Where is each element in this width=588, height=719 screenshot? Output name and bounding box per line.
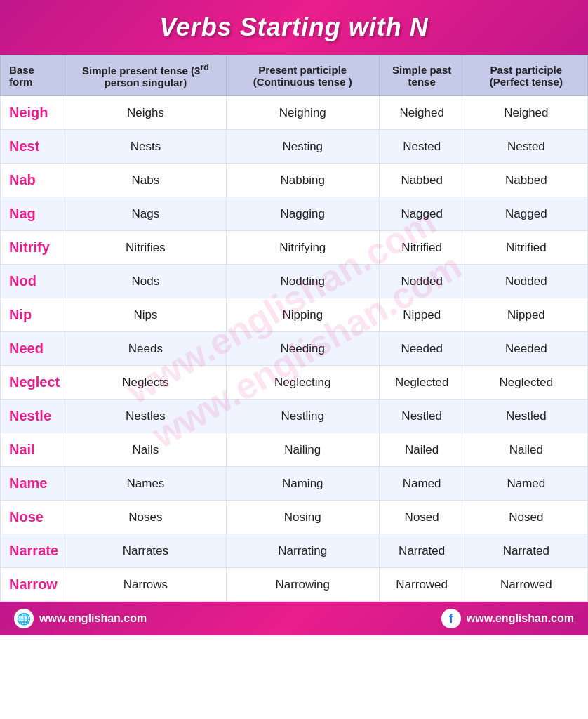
verb-form-cell: Nestles [65,400,226,433]
table-row: NeighNeighsNeighingNeighedNeighed [1,96,588,130]
table-row: NarrowNarrowsNarrowingNarrowedNarrowed [1,568,588,602]
verb-form-cell: Nestling [226,400,379,433]
verb-form-cell: Nested [465,130,587,164]
table-row: NodNodsNoddingNoddedNodded [1,265,588,298]
verb-form-cell: Narrowing [226,568,379,602]
footer-left-text: www.englishan.com [39,612,147,625]
verb-form-cell: Needs [65,332,226,366]
table-body: NeighNeighsNeighingNeighedNeighedNestNes… [1,96,588,602]
verb-form-cell: Nitrifying [226,231,379,265]
verb-form-cell: Naming [226,467,379,501]
base-form-cell: Nag [1,197,65,231]
verb-form-cell: Nodding [226,265,379,298]
base-form-cell: Nod [1,265,65,298]
base-form-cell: Nip [1,298,65,332]
verb-form-cell: Nosed [465,501,587,534]
verb-form-cell: Nagged [465,197,587,231]
verb-form-cell: Nests [65,130,226,164]
verb-form-cell: Nestled [379,400,465,433]
verb-form-cell: Nabs [65,164,226,197]
verb-form-cell: Needed [379,332,465,366]
base-form-cell: Narrow [1,568,65,602]
base-form-cell: Nab [1,164,65,197]
base-form-cell: Nest [1,130,65,164]
col-header-0: Base form [1,55,65,96]
verbs-table: Base formSimple present tense (3rd perso… [0,55,588,602]
base-form-cell: Name [1,467,65,501]
verb-form-cell: Nailed [379,433,465,467]
base-form-cell: Neigh [1,96,65,130]
verb-form-cell: Nabbing [226,164,379,197]
verb-form-cell: Nested [379,130,465,164]
table-header-row: Base formSimple present tense (3rd perso… [1,55,588,96]
verb-form-cell: Nipping [226,298,379,332]
verb-form-cell: Nagging [226,197,379,231]
table-row: NestleNestlesNestlingNestledNestled [1,400,588,433]
base-form-cell: Nestle [1,400,65,433]
base-form-cell: Need [1,332,65,366]
verb-form-cell: Neglected [379,366,465,400]
verb-form-cell: Names [65,467,226,501]
globe-icon-container: 🌐 [14,609,34,628]
verb-form-cell: Narrates [65,534,226,568]
verb-form-cell: Nipped [465,298,587,332]
table-container: www.englishan.comwww.englishan.com Base … [0,55,588,602]
verb-form-cell: Nails [65,433,226,467]
verb-form-cell: Nailed [465,433,587,467]
table-row: NipNipsNippingNippedNipped [1,298,588,332]
verb-form-cell: Neglecting [226,366,379,400]
footer-left: 🌐 www.englishan.com [14,609,147,628]
verb-form-cell: Neglected [465,366,587,400]
verb-form-cell: Needed [465,332,587,366]
verb-form-cell: Nagged [379,197,465,231]
col-header-4: Past participle (Perfect tense) [465,55,587,96]
verb-form-cell: Narrowed [465,568,587,602]
table-row: NarrateNarratesNarratingNarratedNarrated [1,534,588,568]
verb-form-cell: Neighed [379,96,465,130]
facebook-icon-container: f [441,609,461,628]
verb-form-cell: Nosed [379,501,465,534]
table-row: NeedNeedsNeedingNeededNeeded [1,332,588,366]
verb-form-cell: Narrows [65,568,226,602]
verb-form-cell: Nailing [226,433,379,467]
verb-form-cell: Nabbed [379,164,465,197]
col-header-2: Present participle (Continuous tense ) [226,55,379,96]
facebook-icon: f [449,612,453,626]
table-row: NoseNosesNosingNosedNosed [1,501,588,534]
table-row: NailNailsNailingNailedNailed [1,433,588,467]
verb-form-cell: Nodded [465,265,587,298]
base-form-cell: Nitrify [1,231,65,265]
page-header: Verbs Starting with N [0,0,588,55]
verb-form-cell: Narrowed [379,568,465,602]
verb-form-cell: Neighed [465,96,587,130]
verb-form-cell: Nitrified [465,231,587,265]
verb-form-cell: Nestled [465,400,587,433]
verb-form-cell: Named [379,467,465,501]
verb-form-cell: Nosing [226,501,379,534]
base-form-cell: Narrate [1,534,65,568]
verb-form-cell: Nabbed [465,164,587,197]
base-form-cell: Nail [1,433,65,467]
page-title: Verbs Starting with N [7,13,581,42]
footer-right: f www.englishan.com [441,609,574,628]
footer-right-text: www.englishan.com [467,612,574,625]
table-row: NagNagsNaggingNaggedNagged [1,197,588,231]
col-header-1: Simple present tense (3rd person singula… [65,55,226,96]
verb-form-cell: Needing [226,332,379,366]
base-form-cell: Neglect [1,366,65,400]
verb-form-cell: Nitrified [379,231,465,265]
table-row: NestNestsNestingNestedNested [1,130,588,164]
globe-icon: 🌐 [17,612,31,626]
verb-form-cell: Nipped [379,298,465,332]
verb-form-cell: Nitrifies [65,231,226,265]
verb-form-cell: Nags [65,197,226,231]
table-row: NeglectNeglectsNeglectingNeglectedNeglec… [1,366,588,400]
verb-form-cell: Neglects [65,366,226,400]
verb-form-cell: Nesting [226,130,379,164]
page-wrapper: Verbs Starting with N www.englishan.comw… [0,0,588,635]
verb-form-cell: Named [465,467,587,501]
page-footer: 🌐 www.englishan.com f www.englishan.com [0,602,588,635]
col-header-3: Simple past tense [379,55,465,96]
verb-form-cell: Nods [65,265,226,298]
table-row: NitrifyNitrifiesNitrifyingNitrifiedNitri… [1,231,588,265]
